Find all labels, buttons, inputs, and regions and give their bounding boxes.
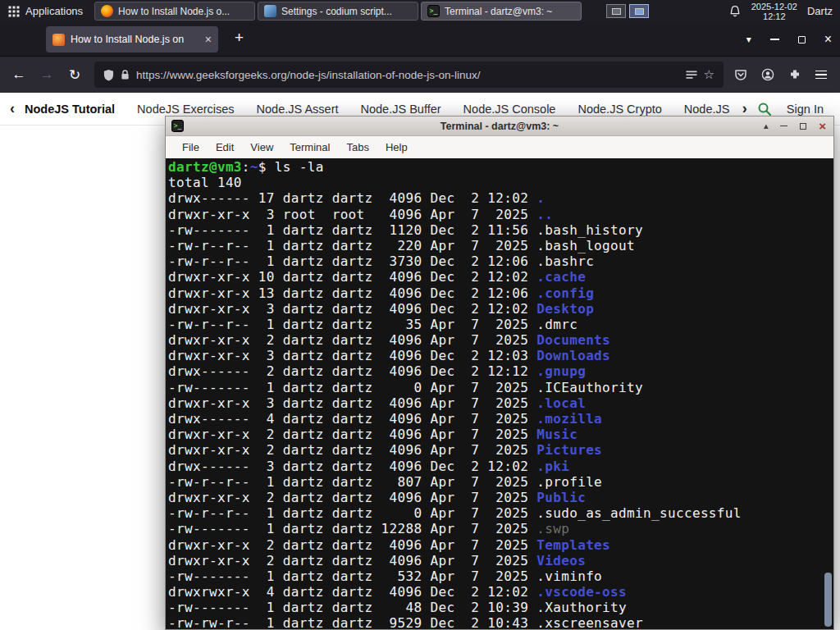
terminal-line: drwxr-xr-x 3 dartz dartz 4096 Apr 7 2025… (168, 395, 833, 411)
reader-mode-icon[interactable] (686, 69, 697, 80)
terminal-line: -rw------- 1 dartz dartz 1120 Dec 2 11:5… (168, 222, 833, 238)
account-icon[interactable] (761, 68, 774, 81)
terminal-output: dartz@vm3:~$ ls -latotal 140drwx------ 1… (168, 159, 833, 629)
workspace-1[interactable] (606, 4, 626, 18)
url-bar[interactable]: https://www.geeksforgeeks.org/node-js/in… (94, 62, 724, 88)
terminal-line: drwxr-xr-x 13 dartz dartz 4096 Dec 2 12:… (168, 285, 833, 301)
window-minimize-button[interactable] (770, 39, 779, 40)
taskbar-button-label: How to Install Node.js o... (118, 6, 249, 17)
applications-grid-icon (8, 6, 20, 17)
nav-scroll-left-icon[interactable]: ‹ (10, 100, 15, 117)
tracking-shield-icon[interactable] (103, 69, 114, 81)
terminal-line: -rw-r--r-- 1 dartz dartz 0 Apr 7 2025 .s… (168, 505, 833, 521)
panel-right-cluster: 2025-12-02 12:12 Dartz (728, 0, 840, 22)
applications-label: Applications (25, 5, 83, 17)
forward-button[interactable]: → (34, 62, 59, 87)
site-nav-item[interactable]: NodeJS Tutorial (25, 103, 115, 116)
terminal-close-button[interactable]: × (819, 119, 826, 133)
terminal-icon: >_ (427, 5, 440, 17)
site-favicon-icon (52, 34, 65, 46)
menu-view[interactable]: View (242, 141, 281, 153)
terminal-shade-button[interactable]: ▴ (764, 121, 768, 130)
terminal-line: -rw------- 1 dartz dartz 0 Apr 7 2025 .I… (168, 380, 833, 395)
site-nav-item[interactable]: Node.JS DNS (684, 103, 733, 116)
taskbar-button-label: Terminal - dartz@vm3: ~ (445, 6, 575, 17)
terminal-line: drwxr-xr-x 2 dartz dartz 4096 Apr 7 2025… (168, 442, 833, 458)
bookmark-star-icon[interactable]: ☆ (704, 67, 714, 82)
terminal-scrollbar[interactable] (824, 573, 832, 627)
terminal-line: drwxr-xr-x 2 dartz dartz 4096 Apr 7 2025… (168, 490, 833, 505)
terminal-line: drwxr-xr-x 2 dartz dartz 4096 Apr 7 2025… (168, 332, 833, 348)
site-nav: NodeJS TutorialNodeJS ExercisesNode.JS A… (25, 103, 733, 116)
back-button[interactable]: ← (7, 62, 31, 87)
clock[interactable]: 2025-12-02 12:12 (751, 2, 797, 21)
taskbar-button[interactable]: Settings - codium script... (258, 2, 418, 21)
taskbar-button[interactable]: >_Terminal - dartz@vm3: ~ (421, 2, 582, 21)
tab-strip: How to Install Node.js on × + ▾ × (0, 22, 840, 57)
terminal-line: -rw-r--r-- 1 dartz dartz 35 Apr 7 2025 .… (168, 317, 833, 332)
site-nav-item[interactable]: Node.JS Console (463, 103, 556, 116)
workspace-window-icon (612, 8, 621, 15)
site-nav-item[interactable]: NodeJS Exercises (137, 103, 234, 116)
lock-icon (121, 69, 130, 80)
terminal-line: -rw-r--r-- 1 dartz dartz 220 Apr 7 2025 … (168, 238, 833, 253)
terminal-line: -rw------- 1 dartz dartz 48 Dec 2 10:39 … (168, 600, 833, 615)
toolbar-icons (734, 68, 827, 81)
terminal-window: >_ Terminal - dartz@vm3: ~ ▴ × FileEditV… (165, 116, 834, 630)
menu-terminal[interactable]: Terminal (281, 141, 338, 153)
menu-file[interactable]: File (174, 141, 208, 153)
site-nav-item[interactable]: Node.JS Buffer (361, 103, 441, 116)
pocket-icon[interactable] (734, 68, 747, 81)
terminal-line: drwxr-xr-x 3 dartz dartz 4096 Dec 2 12:0… (168, 348, 833, 363)
nav-scroll-right-icon[interactable]: › (742, 100, 747, 117)
sign-in-button[interactable]: Sign In (787, 103, 824, 116)
taskbar-button-label: Settings - codium script... (281, 6, 412, 17)
terminal-line: drwxrwxr-x 4 dartz dartz 4096 Dec 2 12:0… (168, 584, 833, 600)
terminal-line: drwxr-xr-x 2 dartz dartz 4096 Apr 7 2025… (168, 553, 833, 568)
applications-menu-button[interactable]: Applications (0, 0, 91, 22)
terminal-line: -rw-r--r-- 1 dartz dartz 807 Apr 7 2025 … (168, 474, 833, 490)
browser-tab[interactable]: How to Install Node.js on × (46, 26, 218, 52)
url-text: https://www.geeksforgeeks.org/node-js/in… (136, 69, 679, 81)
terminal-line: drwx------ 2 dartz dartz 4096 Dec 2 12:1… (168, 363, 833, 379)
terminal-window-controls: ▴ × (764, 119, 826, 133)
window-maximize-button[interactable] (798, 36, 806, 43)
workspace-switcher[interactable] (606, 4, 649, 18)
settings-icon (264, 5, 276, 17)
reload-button[interactable]: ↻ (62, 62, 87, 87)
taskbar-button[interactable]: How to Install Node.js o... (94, 2, 255, 21)
notification-bell-icon[interactable] (728, 5, 742, 18)
terminal-line: -rw-r--r-- 1 dartz dartz 3730 Dec 2 12:0… (168, 253, 833, 269)
site-nav-item[interactable]: Node.JS Crypto (578, 103, 661, 116)
terminal-titlebar-icon: >_ (171, 120, 184, 132)
menu-help[interactable]: Help (377, 141, 416, 153)
terminal-line: drwxr-xr-x 3 dartz dartz 4096 Dec 2 12:0… (168, 301, 833, 317)
workspace-window-icon (635, 8, 644, 15)
terminal-line: -rw------- 1 dartz dartz 12288 Apr 7 202… (168, 521, 833, 536)
workspace-2[interactable] (629, 4, 649, 18)
terminal-line: drwxr-xr-x 2 dartz dartz 4096 Apr 7 2025… (168, 427, 833, 442)
terminal-line: -rw------- 1 dartz dartz 532 Apr 7 2025 … (168, 568, 833, 584)
window-close-button[interactable]: × (824, 32, 832, 47)
tab-title: How to Install Node.js on (71, 34, 198, 45)
terminal-line: drwxr-xr-x 3 root root 4096 Apr 7 2025 .… (168, 207, 833, 222)
menu-edit[interactable]: Edit (208, 141, 242, 153)
menu-button[interactable] (815, 71, 827, 80)
terminal-body[interactable]: dartz@vm3:~$ ls -latotal 140drwx------ 1… (166, 158, 833, 629)
site-nav-item[interactable]: Node.JS Assert (257, 103, 339, 116)
menu-tabs[interactable]: Tabs (338, 141, 377, 153)
extensions-icon[interactable] (788, 68, 801, 81)
terminal-titlebar[interactable]: >_ Terminal - dartz@vm3: ~ ▴ × (166, 116, 833, 136)
terminal-line: -rw-rw-r-- 1 dartz dartz 9529 Dec 2 10:4… (168, 615, 833, 629)
terminal-maximize-button[interactable] (800, 123, 806, 130)
terminal-line: total 140 (168, 175, 833, 190)
terminal-title: Terminal - dartz@vm3: ~ (166, 121, 833, 132)
search-icon[interactable] (757, 102, 772, 116)
terminal-line: drwx------ 17 dartz dartz 4096 Dec 2 12:… (168, 190, 833, 206)
taskbar: How to Install Node.js o...Settings - co… (94, 0, 582, 22)
new-tab-button[interactable]: + (230, 29, 249, 47)
terminal-line: drwx------ 4 dartz dartz 4096 Apr 7 2025… (168, 411, 833, 427)
tab-close-icon[interactable]: × (203, 33, 212, 46)
terminal-minimize-button[interactable] (780, 126, 788, 127)
list-tabs-chevron-icon[interactable]: ▾ (746, 34, 751, 45)
